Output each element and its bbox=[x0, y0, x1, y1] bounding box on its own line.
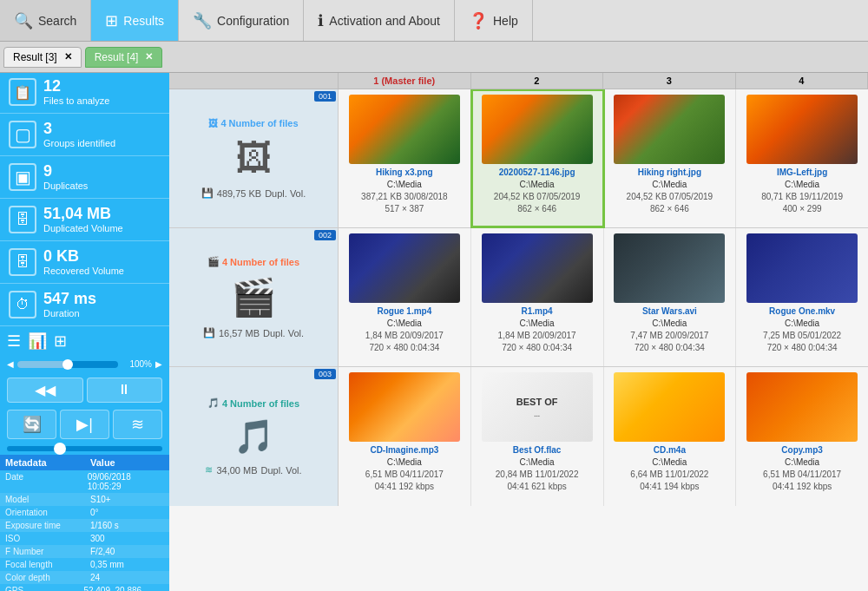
g2-thumb-1-name: Rogue 1.mp4 bbox=[365, 305, 444, 318]
info-icon: ℹ bbox=[318, 11, 324, 30]
group-2-dupl-label: Dupl. Vol. bbox=[263, 328, 304, 338]
view-mode-row: ☰ 📊 ⊞ bbox=[0, 328, 169, 354]
nav-activation[interactable]: ℹ Activation and About bbox=[304, 0, 455, 41]
group-2-dup-icon: 💾 bbox=[203, 327, 215, 338]
group-3-thumb-3[interactable]: CD.m4a C:\Media 6,64 MB 11/01/2022 04:41… bbox=[604, 367, 737, 506]
stat-rec-vol: 🗄 0 KB Recovered Volume bbox=[0, 243, 169, 281]
group-1-thumb-1[interactable]: Hiking x3.png C:\Media 387,21 KB 30/08/2… bbox=[339, 89, 471, 227]
group-1-thumbs: Hiking x3.png C:\Media 387,21 KB 30/08/2… bbox=[339, 89, 868, 227]
tab-result-4[interactable]: Result [4] ✕ bbox=[85, 47, 163, 68]
thumb-1-path: C:\Media bbox=[361, 179, 448, 191]
nav-help[interactable]: ❓ Help bbox=[455, 0, 533, 41]
nav-configuration[interactable]: 🔧 Configuration bbox=[179, 0, 304, 41]
group-2-thumb-3[interactable]: Star Wars.avi C:\Media 7,47 MB 20/09/201… bbox=[604, 228, 737, 366]
divider-2 bbox=[0, 155, 169, 156]
groups-icon: ▢ bbox=[9, 121, 36, 148]
g3-thumb-1-img bbox=[349, 372, 460, 442]
thumb-4-name: IMG-Left.jpg bbox=[761, 167, 843, 179]
thumb-1-dims: 517 × 387 bbox=[361, 203, 448, 215]
refresh-btn[interactable]: 🔄 bbox=[7, 410, 56, 439]
stat-groups: ▢ 3 Groups identified bbox=[0, 115, 169, 154]
list-view-icon[interactable]: ☰ bbox=[7, 332, 21, 351]
nav-search[interactable]: 🔍 Search bbox=[0, 0, 91, 41]
groups-label: Groups identified bbox=[43, 138, 115, 148]
search-icon: 🔍 bbox=[14, 11, 33, 30]
tab-result-4-close[interactable]: ✕ bbox=[145, 51, 153, 62]
header-empty bbox=[169, 73, 339, 89]
thumb-1-size: 387,21 KB 30/08/2018 bbox=[361, 191, 448, 203]
bar-view-icon[interactable]: 📊 bbox=[28, 332, 47, 351]
meta-row-color: Color depth 24 bbox=[0, 571, 169, 584]
wave-btn[interactable]: ≋ bbox=[113, 410, 162, 439]
group-2-info: 002 🎬 4 Number of files 🎬 💾 16,57 MB Dup… bbox=[169, 228, 339, 366]
grid-view-icon[interactable]: ⊞ bbox=[54, 332, 67, 351]
pause-btn[interactable]: ⏸ bbox=[87, 378, 163, 403]
nav-results[interactable]: ⊞ Results bbox=[91, 0, 179, 41]
tab-result-3[interactable]: Result [3] ✕ bbox=[3, 47, 82, 68]
group-3-dupl-vol: 34,00 MB bbox=[216, 465, 257, 476]
group-1-thumb-3[interactable]: Hiking right.jpg C:\Media 204,52 KB 07/0… bbox=[604, 89, 737, 227]
group-2-dupl-vol: 16,57 MB bbox=[219, 328, 260, 338]
col-header-4: 4 bbox=[736, 73, 869, 89]
nav-help-label: Help bbox=[493, 14, 518, 28]
divider-6 bbox=[0, 325, 169, 326]
group-3-info: 003 🎵 4 Number of files 🎵 ≋ 34,00 MB Dup… bbox=[169, 367, 339, 506]
group-2-icon: 🎬 bbox=[231, 276, 276, 318]
duration-label: Duration bbox=[43, 308, 96, 318]
divider-5 bbox=[0, 283, 169, 284]
g2-thumb-1-img bbox=[349, 233, 460, 303]
group-3-files-label: Number of files bbox=[230, 398, 299, 409]
thumb-4-img bbox=[746, 95, 858, 164]
meta-row-model: Model S10+ bbox=[0, 493, 169, 506]
group-1-thumb-4[interactable]: IMG-Left.jpg C:\Media 80,71 KB 19/11/201… bbox=[736, 89, 868, 227]
group-2-thumb-4[interactable]: Rogue One.mkv C:\Media 7,25 MB 05/01/202… bbox=[736, 228, 868, 366]
group-3-thumb-4[interactable]: Copy.mp3 C:\Media 6,51 MB 04/11/2017 04:… bbox=[736, 367, 868, 506]
group-2-thumb-2[interactable]: R1.mp4 C:\Media 1,84 MB 20/09/2017 720 ×… bbox=[471, 228, 604, 366]
group-3-icon: 🎵 bbox=[233, 417, 274, 456]
meta-row-fnumber: F Number F/2,40 bbox=[0, 545, 169, 558]
group-2-files-icon: 🎬 bbox=[207, 256, 220, 267]
stat-dupes: ▣ 9 Duplicates bbox=[0, 158, 169, 196]
group-1-id: 001 bbox=[314, 91, 336, 102]
dupes-value: 9 bbox=[43, 163, 88, 181]
group-1-dupl-vol: 489,75 KB bbox=[217, 188, 261, 199]
meta-row-iso: ISO 300 bbox=[0, 532, 169, 545]
group-3-thumb-2[interactable]: BEST OF ... Best Of.flac C:\Media 20,84 … bbox=[471, 367, 604, 506]
right-panel: 1 (Master file) 2 3 4 001 🖼 4 Number of … bbox=[169, 73, 868, 591]
tab-result-3-label: Result [3] bbox=[13, 51, 57, 63]
group-1-num-files: 4 bbox=[220, 118, 226, 128]
group-2-thumb-1[interactable]: Rogue 1.mp4 C:\Media 1,84 MB 20/09/2017 … bbox=[339, 228, 471, 366]
group-1-files-label: Number of files bbox=[229, 118, 299, 128]
play-btn[interactable]: ▶| bbox=[60, 410, 109, 439]
g2-thumb-2-img bbox=[482, 233, 593, 303]
meta-row-gps: GPS 52,409, 20,886 (117m) bbox=[0, 584, 169, 591]
group-2-thumbs: Rogue 1.mp4 C:\Media 1,84 MB 20/09/2017 … bbox=[339, 228, 868, 366]
thumb-2-path: C:\Media bbox=[494, 179, 581, 191]
thumb-4-dims: 400 × 299 bbox=[761, 203, 843, 215]
slider-row bbox=[0, 443, 169, 455]
tab-result-3-close[interactable]: ✕ bbox=[64, 51, 72, 62]
groups-scroll[interactable]: 001 🖼 4 Number of files 🖼 💾 489,75 KB Du… bbox=[169, 89, 868, 591]
group-1-dupl-label: Dupl. Vol. bbox=[265, 188, 306, 199]
group-1: 001 🖼 4 Number of files 🖼 💾 489,75 KB Du… bbox=[169, 89, 868, 228]
files-label: Files to analyze bbox=[43, 95, 109, 106]
group-3-thumb-1[interactable]: CD-Imagine.mp3 C:\Media 6,51 MB 04/11/20… bbox=[339, 367, 471, 506]
playback-slider[interactable] bbox=[7, 446, 162, 451]
duration-value: 547 ms bbox=[43, 291, 96, 308]
divider-1 bbox=[0, 113, 169, 114]
col-header-1: 1 (Master file) bbox=[339, 73, 471, 89]
group-2: 002 🎬 4 Number of files 🎬 💾 16,57 MB Dup… bbox=[169, 228, 868, 367]
prev-btn[interactable]: ◀◀ bbox=[7, 378, 83, 403]
dupes-icon: ▣ bbox=[9, 163, 36, 191]
group-1-thumb-2[interactable]: 20200527-1146.jpg C:\Media 204,52 KB 07/… bbox=[471, 89, 604, 227]
nav-search-label: Search bbox=[38, 14, 76, 28]
g2-thumb-4-img bbox=[746, 233, 858, 303]
thumb-3-img bbox=[614, 95, 725, 164]
col-header-3: 3 bbox=[603, 73, 736, 89]
thumb-3-dims: 862 × 646 bbox=[627, 203, 713, 215]
slider-thumb[interactable] bbox=[54, 443, 66, 455]
group-3-num-files: 4 bbox=[222, 398, 227, 409]
dup-vol-icon: 🗄 bbox=[9, 206, 36, 233]
group-2-num-files: 4 bbox=[222, 257, 227, 267]
groups-value: 3 bbox=[43, 121, 115, 138]
